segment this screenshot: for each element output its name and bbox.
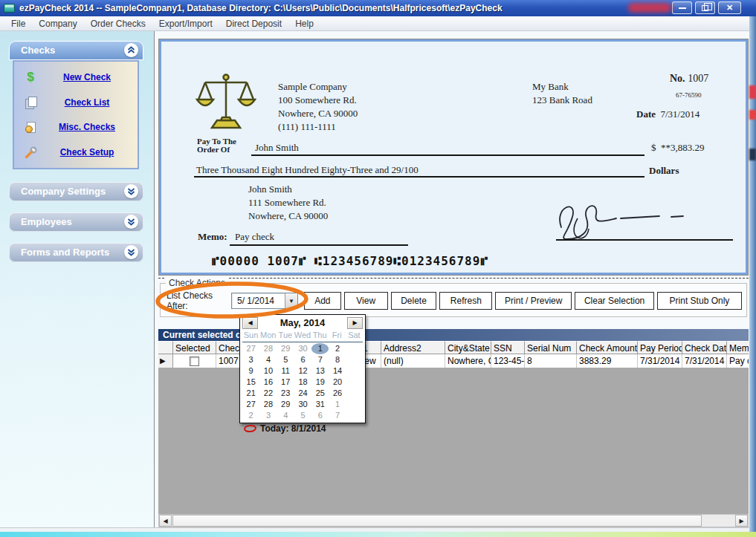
calendar-day[interactable]: 27	[242, 343, 259, 354]
column-header-memo[interactable]: Memo	[727, 341, 749, 354]
calendar-day[interactable]: 15	[242, 377, 259, 388]
row-selector[interactable]: ▶	[158, 354, 173, 368]
calendar-day[interactable]: 13	[311, 365, 329, 377]
calendar-day[interactable]: 19	[311, 377, 329, 388]
sidebar-panel-forms-and-reports[interactable]: Forms and Reports	[9, 243, 143, 262]
calendar-day-selected[interactable]: 1	[311, 343, 329, 354]
cell-pay-period[interactable]: 7/31/2014	[638, 354, 682, 368]
calendar-day[interactable]: 2	[242, 410, 259, 421]
menu-item-direct-deposit[interactable]: Direct Deposit	[219, 17, 288, 30]
print-stub-only-button[interactable]: Print Stub Only	[657, 292, 742, 310]
calendar-day[interactable]: 1	[329, 399, 346, 410]
menu-item-order-checks[interactable]: Order Checks	[84, 17, 152, 30]
calendar-day[interactable]: 31	[311, 399, 329, 410]
expand-chevron-down-icon[interactable]	[124, 215, 138, 229]
scroll-left-button[interactable]: ◀	[159, 515, 172, 527]
sidebar-item-check-setup[interactable]: Check Setup	[14, 140, 138, 164]
delete-button[interactable]: Delete	[391, 292, 437, 310]
calendar-day[interactable]: 9	[242, 365, 259, 377]
calendar-day[interactable]: 6	[311, 410, 329, 421]
expand-chevron-down-icon[interactable]	[124, 245, 138, 259]
sidebar-panel-checks[interactable]: Checks	[9, 41, 143, 60]
calendar-day[interactable]: 4	[277, 410, 294, 421]
cell-ssn[interactable]: 123-45-	[491, 354, 525, 368]
menu-item-company[interactable]: Company	[32, 17, 83, 30]
column-header-check-amount[interactable]: Check Amount	[577, 341, 638, 354]
sidebar-panel-employees[interactable]: Employees	[9, 212, 143, 232]
calendar-next-month-button[interactable]: ▶	[347, 317, 363, 329]
scroll-right-button[interactable]: ▶	[735, 515, 748, 527]
calendar-day[interactable]: 20	[329, 377, 346, 388]
calendar-day[interactable]: 16	[259, 377, 277, 388]
calendar-day[interactable]: 2	[329, 343, 346, 354]
date-picker-dropdown-button[interactable]: ▼	[285, 293, 297, 308]
calendar-day[interactable]: 5	[294, 410, 311, 421]
view-button[interactable]: View	[344, 292, 388, 310]
calendar-day[interactable]: 5	[277, 354, 294, 365]
calendar-today-row[interactable]: Today: 8/1/2014	[240, 421, 365, 435]
calendar-day[interactable]: 18	[294, 377, 311, 388]
horizontal-scrollbar[interactable]: ◀ ▶	[158, 514, 749, 527]
calendar-day[interactable]: 27	[242, 399, 259, 410]
list-checks-after-date-picker[interactable]: 5/ 1/2014 ▼	[231, 293, 298, 309]
refresh-button[interactable]: Refresh	[439, 292, 492, 310]
column-header-pay-period[interactable]: Pay Period	[638, 341, 682, 354]
calendar-day[interactable]: 30	[294, 343, 311, 354]
calendar-day[interactable]: 7	[329, 410, 346, 421]
calendar-day[interactable]: 26	[329, 388, 346, 399]
minimize-button[interactable]	[672, 1, 692, 14]
column-header-city-state[interactable]: City&State	[445, 341, 491, 354]
restore-button[interactable]	[695, 1, 715, 14]
calendar-day[interactable]: 3	[242, 354, 259, 365]
add-button[interactable]: Add	[304, 292, 341, 310]
calendar-day[interactable]: 6	[294, 354, 311, 365]
calendar-day[interactable]: 24	[294, 388, 311, 399]
expand-chevron-down-icon[interactable]	[124, 184, 138, 198]
menu-item-file[interactable]: File	[4, 17, 32, 30]
sidebar-item-new-check[interactable]: $New Check	[14, 65, 138, 89]
column-header-check-dat[interactable]: Check Dat	[682, 341, 727, 354]
calendar-day[interactable]: 3	[259, 410, 277, 421]
calendar-day[interactable]: 10	[259, 365, 277, 377]
calendar-day[interactable]: 23	[277, 388, 294, 399]
calendar-day[interactable]: 11	[277, 365, 294, 377]
calendar-day[interactable]: 17	[277, 377, 294, 388]
calendar-day[interactable]: 30	[294, 399, 311, 410]
selected-cell[interactable]	[173, 354, 216, 368]
column-header-address2[interactable]: Address2	[381, 341, 445, 354]
column-header-ssn[interactable]: SSN	[491, 341, 525, 354]
calendar-day[interactable]: 22	[259, 388, 277, 399]
calendar-day[interactable]: 25	[311, 388, 329, 399]
cell-city-state[interactable]: Nowhere, C	[445, 354, 491, 368]
sidebar-panel-company-settings[interactable]: Company Settings	[9, 182, 143, 201]
print-preview-button[interactable]: Print / Preview	[495, 292, 572, 310]
calendar-day[interactable]: 8	[329, 354, 346, 365]
menu-item-help[interactable]: Help	[288, 17, 320, 30]
sidebar-item-misc-checks[interactable]: Misc. Checks	[14, 115, 138, 139]
menu-item-export-import[interactable]: Export/Import	[152, 17, 219, 30]
cell-address2[interactable]: (null)	[381, 354, 445, 368]
calendar-day[interactable]: 29	[277, 343, 294, 354]
calendar-day[interactable]: 21	[242, 388, 259, 399]
collapse-chevron-up-icon[interactable]	[124, 43, 138, 57]
cell-serial-num[interactable]: 8	[525, 354, 577, 368]
clear-selection-button[interactable]: Clear Selection	[575, 292, 654, 310]
calendar-day[interactable]: 28	[259, 343, 277, 354]
sidebar-item-check-list[interactable]: Check List	[14, 91, 138, 114]
calendar-day[interactable]: 29	[277, 399, 294, 410]
column-header-serial-num[interactable]: Serial Num	[525, 341, 577, 354]
cell-memo[interactable]: Pay c	[727, 354, 749, 368]
row-checkbox[interactable]	[190, 357, 199, 366]
calendar-day[interactable]: 28	[259, 399, 277, 410]
column-header[interactable]	[158, 341, 173, 354]
cell-check-amount[interactable]: 3883.29	[577, 354, 638, 368]
calendar-prev-month-button[interactable]: ◀	[242, 317, 258, 329]
close-button[interactable]: ✕	[718, 1, 741, 14]
scrollbar-thumb[interactable]	[172, 515, 702, 527]
cell-check-dat[interactable]: 7/31/2014	[682, 354, 727, 368]
calendar-day[interactable]: 14	[329, 365, 346, 377]
calendar-day[interactable]: 12	[294, 365, 311, 377]
calendar-day[interactable]: 4	[259, 354, 277, 365]
column-header-selected[interactable]: Selected	[173, 341, 216, 354]
calendar-day[interactable]: 7	[311, 354, 329, 365]
